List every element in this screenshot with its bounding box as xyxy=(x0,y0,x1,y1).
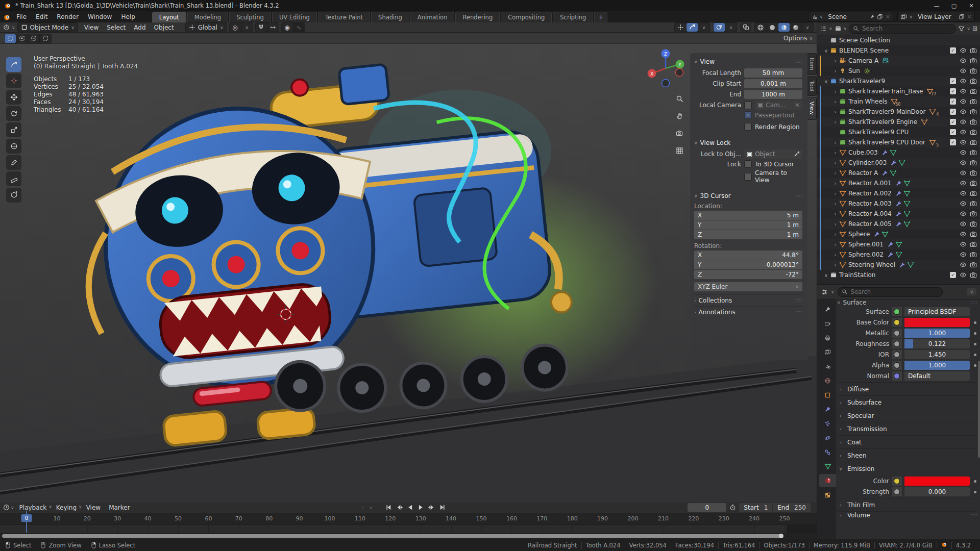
select-mode-new-icon[interactable] xyxy=(5,34,16,43)
expander-icon[interactable]: › xyxy=(831,191,839,196)
eye-icon[interactable] xyxy=(959,108,967,115)
exclude-checkbox[interactable]: ✓ xyxy=(949,88,957,94)
tab-scripting[interactable]: Scripting xyxy=(553,12,593,22)
pin-icon[interactable] xyxy=(869,14,875,20)
section-coat[interactable]: ›Coat xyxy=(837,435,977,448)
prop-field-alpha[interactable]: 1.000 xyxy=(904,361,970,370)
expander-icon[interactable]: › xyxy=(831,68,839,74)
socket-icon[interactable] xyxy=(892,350,902,359)
camera-icon[interactable] xyxy=(969,149,977,156)
passepartout-checkbox[interactable]: ✓ xyxy=(744,111,752,119)
overlays-chevron[interactable]: ∨ xyxy=(725,23,737,32)
select-mode-extend-icon[interactable] xyxy=(16,34,28,43)
tool-add-cube[interactable] xyxy=(6,188,21,203)
tool-tweak-select[interactable] xyxy=(6,57,21,72)
camera-icon[interactable] xyxy=(969,108,977,115)
eye-icon[interactable] xyxy=(959,159,967,166)
camera-icon[interactable] xyxy=(969,78,977,85)
field-end[interactable]: 1000 m xyxy=(744,90,802,99)
socket-icon[interactable] xyxy=(892,487,902,496)
properties-tab-modifiers[interactable] xyxy=(819,403,836,416)
tool-annotate[interactable] xyxy=(6,155,21,170)
outliner-row[interactable]: ›Steering Wheel xyxy=(817,260,980,270)
editor-type-icon[interactable] xyxy=(3,24,10,31)
section-diffuse[interactable]: ›Diffuse xyxy=(837,382,977,395)
exclude-checkbox[interactable]: ✓ xyxy=(949,47,957,54)
timeline-track[interactable] xyxy=(0,525,817,533)
falloff-icon[interactable]: ∿ xyxy=(293,23,305,32)
proportional-editing-icon[interactable]: ◉ xyxy=(282,23,293,32)
field-clip-start[interactable]: 0.001 m xyxy=(744,79,802,88)
overlays-group[interactable]: ∨ xyxy=(713,22,737,32)
outliner-row[interactable]: ∨BLENDER Scene✓ xyxy=(817,45,980,56)
outliner-row[interactable]: ›SharkTraveler9 MainDoor4✓ xyxy=(817,107,980,117)
tab-layout[interactable]: Layout xyxy=(152,12,186,22)
eye-icon[interactable] xyxy=(959,220,967,228)
camera-to-view-checkbox[interactable] xyxy=(744,173,752,181)
lock-3d-cursor-checkbox[interactable] xyxy=(744,160,752,168)
timeline-menu-marker[interactable]: Marker xyxy=(105,504,134,511)
prop-field-roughness[interactable]: 0.122 xyxy=(904,339,970,348)
tab-sculpting[interactable]: Sculpting xyxy=(229,12,271,22)
volume-section-header[interactable]: ›Volume∷∷ xyxy=(837,511,977,519)
animate-dot[interactable] xyxy=(972,343,977,345)
eye-icon[interactable] xyxy=(959,78,967,85)
outliner-search-input[interactable] xyxy=(861,24,952,33)
render-region-checkbox[interactable] xyxy=(744,123,752,131)
camera-icon[interactable] xyxy=(969,190,977,197)
expander-icon[interactable]: › xyxy=(831,181,839,186)
outliner-row[interactable]: ›Camera A xyxy=(817,56,980,66)
show-overlays-icon[interactable] xyxy=(714,23,725,32)
orientation-dropdown[interactable]: Global ∨ xyxy=(185,22,227,32)
properties-tab-particles[interactable] xyxy=(819,417,836,430)
cursor-location-z[interactable]: Z1 m xyxy=(694,230,802,239)
tab-compositing[interactable]: Compositing xyxy=(501,12,552,22)
gizmos-chevron[interactable]: ∨ xyxy=(698,23,709,32)
outliner-row[interactable]: ›Sphere.001 xyxy=(817,239,980,249)
exclude-checkbox[interactable]: ✓ xyxy=(949,119,957,125)
expander-icon[interactable]: ∨ xyxy=(822,79,830,84)
filter-icon[interactable] xyxy=(958,26,965,32)
blender-menu-icon[interactable] xyxy=(3,13,11,21)
new-view-layer-icon[interactable] xyxy=(959,14,965,20)
camera-icon[interactable] xyxy=(969,261,977,268)
tab-rendering[interactable]: Rendering xyxy=(455,12,500,22)
properties-tab-texture[interactable] xyxy=(819,488,836,502)
eye-icon[interactable] xyxy=(959,57,967,64)
cursor-rotation-z[interactable]: Z-72° xyxy=(694,270,802,279)
outliner-row[interactable]: ›Sphere.002 xyxy=(817,249,980,260)
timeline-menu-keying[interactable]: Keying xyxy=(52,504,81,511)
socket-icon[interactable] xyxy=(892,361,902,370)
outliner-row[interactable]: ›Train Wheels50✓ xyxy=(817,96,980,107)
outliner-row[interactable]: ›Cylinder.003 xyxy=(817,158,980,168)
outliner-row[interactable]: ›Cube.003 xyxy=(817,147,980,158)
tab-uv-editing[interactable]: UV Editing xyxy=(272,12,317,22)
outliner-editor-icon[interactable] xyxy=(820,26,827,32)
tab-modeling[interactable]: Modeling xyxy=(187,12,228,22)
expander-icon[interactable]: › xyxy=(831,232,839,237)
shading-chevron[interactable]: ∨ xyxy=(802,23,813,32)
n-panel-tab-view[interactable]: View xyxy=(807,97,817,119)
new-scene-icon[interactable] xyxy=(877,14,883,20)
shading-wireframe-icon[interactable] xyxy=(755,23,766,32)
pivot-chevron[interactable]: ∨ xyxy=(241,23,253,32)
frame-end-field[interactable]: End250 xyxy=(773,503,811,512)
exclude-checkbox[interactable]: ✓ xyxy=(949,98,957,105)
animate-dot[interactable] xyxy=(972,364,977,367)
shading-rendered-icon[interactable] xyxy=(790,23,801,32)
section-sheen[interactable]: ›Sheen xyxy=(837,448,977,462)
prop-field-emission-strength[interactable]: 0.000 xyxy=(904,487,970,496)
properties-tab-render[interactable] xyxy=(819,317,836,330)
camera-icon[interactable] xyxy=(969,271,977,279)
ortho-grid-icon[interactable] xyxy=(674,145,685,156)
outliner-search[interactable] xyxy=(849,24,956,34)
timeline-menu-view[interactable]: View xyxy=(82,504,105,511)
previous-keyframe-button[interactable] xyxy=(395,503,404,512)
magnet-icon[interactable] xyxy=(256,23,267,32)
timeline-menu-playback[interactable]: Playback xyxy=(15,504,51,511)
tool-cursor[interactable] xyxy=(6,73,21,88)
rotation-order-dropdown[interactable]: XYZ Euler∨ xyxy=(694,282,802,291)
eye-icon[interactable] xyxy=(959,251,967,258)
expander-icon[interactable]: › xyxy=(831,140,839,145)
tab-animation[interactable]: Animation xyxy=(410,12,455,22)
